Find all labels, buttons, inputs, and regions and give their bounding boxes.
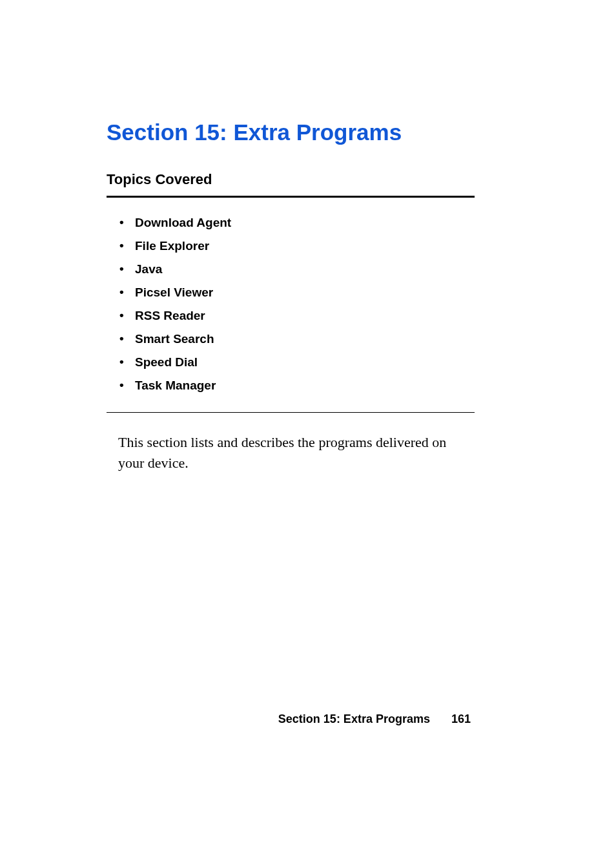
list-item: File Explorer bbox=[119, 239, 475, 253]
divider-thick bbox=[107, 196, 475, 198]
page: Section 15: Extra Programs Topics Covere… bbox=[0, 0, 616, 852]
content-block: Section 15: Extra Programs Topics Covere… bbox=[107, 119, 475, 473]
footer-page-number: 161 bbox=[451, 712, 471, 726]
list-item: Download Agent bbox=[119, 216, 475, 230]
list-item: Task Manager bbox=[119, 379, 475, 393]
page-footer: Section 15: Extra Programs 161 bbox=[0, 712, 616, 726]
divider-thin bbox=[107, 412, 475, 413]
topics-list: Download Agent File Explorer Java Picsel… bbox=[119, 216, 475, 393]
topics-covered-heading: Topics Covered bbox=[107, 171, 475, 188]
section-title: Section 15: Extra Programs bbox=[107, 119, 475, 145]
body-paragraph: This section lists and describes the pro… bbox=[118, 432, 468, 473]
list-item: Smart Search bbox=[119, 332, 475, 346]
list-item: Speed Dial bbox=[119, 355, 475, 369]
list-item: Picsel Viewer bbox=[119, 286, 475, 300]
list-item: Java bbox=[119, 262, 475, 276]
footer-section-label: Section 15: Extra Programs bbox=[278, 712, 430, 725]
list-item: RSS Reader bbox=[119, 309, 475, 323]
